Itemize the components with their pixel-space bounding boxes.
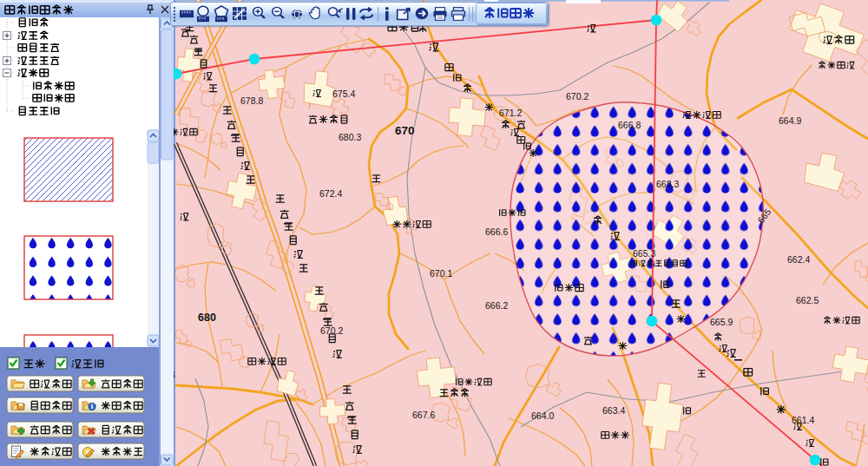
svg-text:665.9: 665.9 bbox=[710, 317, 733, 327]
svg-text:671.2: 671.2 bbox=[499, 108, 522, 118]
svg-text:680: 680 bbox=[198, 312, 216, 324]
svg-text:666.8: 666.8 bbox=[618, 120, 641, 130]
svg-text:668.3: 668.3 bbox=[656, 179, 679, 189]
svg-text:663.4: 663.4 bbox=[602, 405, 625, 416]
svg-text:678.8: 678.8 bbox=[240, 95, 263, 106]
svg-text:664.0: 664.0 bbox=[531, 410, 554, 421]
svg-text:666.2: 666.2 bbox=[485, 300, 508, 311]
svg-text:670.2: 670.2 bbox=[566, 91, 589, 102]
svg-text:667.6: 667.6 bbox=[412, 410, 435, 420]
svg-text:675.4: 675.4 bbox=[332, 89, 355, 99]
svg-text:666.6: 666.6 bbox=[485, 226, 508, 237]
svg-text:680.3: 680.3 bbox=[339, 132, 361, 142]
svg-text:672.4: 672.4 bbox=[319, 188, 342, 199]
svg-text:664.9: 664.9 bbox=[779, 115, 801, 126]
svg-text:665.3: 665.3 bbox=[633, 248, 655, 259]
svg-text:670: 670 bbox=[395, 124, 415, 137]
svg-text:662.5: 662.5 bbox=[796, 295, 819, 305]
svg-text:670.1: 670.1 bbox=[430, 268, 452, 279]
svg-text:6: 6 bbox=[174, 370, 175, 380]
svg-text:662.4: 662.4 bbox=[787, 254, 810, 265]
